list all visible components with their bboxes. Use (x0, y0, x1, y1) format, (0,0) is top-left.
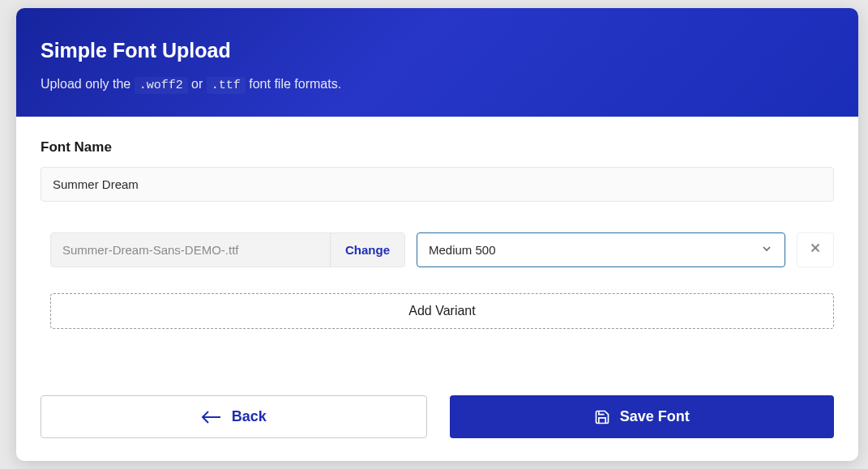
save-font-button[interactable]: Save Font (450, 395, 835, 438)
subtitle-or: or (191, 77, 207, 91)
font-upload-modal: Simple Font Upload Upload only the .woff… (16, 8, 858, 461)
font-weight-value: Medium 500 (429, 243, 760, 257)
modal-body: Font Name Summer-Dream-Sans-DEMO-.ttf Ch… (16, 117, 858, 392)
save-button-label: Save Font (620, 408, 690, 425)
font-name-input[interactable] (41, 167, 834, 202)
modal-footer: Back Save Font (16, 392, 858, 461)
modal-title: Simple Font Upload (41, 39, 834, 62)
change-file-button[interactable]: Change (330, 233, 404, 266)
add-variant-button[interactable]: Add Variant (50, 293, 834, 329)
variant-section: Summer-Dream-Sans-DEMO-.ttf Change Mediu… (41, 232, 834, 329)
font-weight-select[interactable]: Medium 500 (417, 232, 785, 267)
back-button[interactable]: Back (41, 395, 427, 438)
subtitle-code-woff2: .woff2 (135, 77, 188, 94)
back-button-label: Back (232, 408, 267, 425)
remove-variant-button[interactable] (797, 232, 834, 267)
close-icon (808, 241, 823, 259)
modal-header: Simple Font Upload Upload only the .woff… (16, 8, 858, 117)
file-name-display: Summer-Dream-Sans-DEMO-.ttf (51, 233, 330, 266)
save-icon (594, 409, 610, 425)
variant-row: Summer-Dream-Sans-DEMO-.ttf Change Mediu… (50, 232, 834, 267)
subtitle-part-2: font file formats. (249, 77, 341, 91)
font-name-label: Font Name (41, 139, 834, 156)
subtitle-code-ttf: .ttf (207, 77, 246, 94)
file-box: Summer-Dream-Sans-DEMO-.ttf Change (50, 232, 405, 267)
modal-subtitle: Upload only the .woff2 or .ttf font file… (41, 77, 834, 92)
arrow-left-icon (201, 410, 222, 424)
chevron-down-icon (760, 242, 773, 258)
subtitle-part-1: Upload only the (41, 77, 135, 91)
